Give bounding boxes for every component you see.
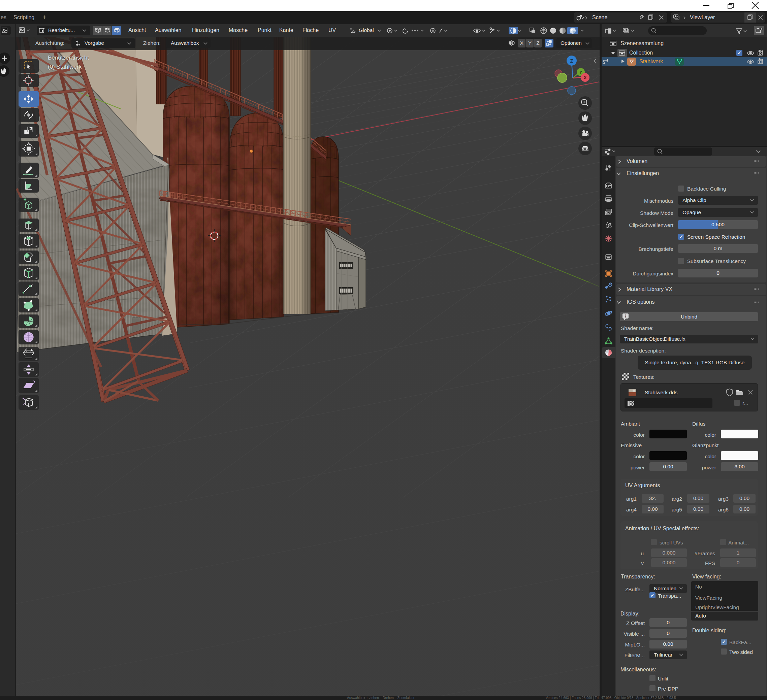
svg-text:Z: Z	[570, 58, 573, 63]
svg-text:X: X	[584, 75, 587, 80]
svg-text:Y: Y	[579, 70, 582, 75]
